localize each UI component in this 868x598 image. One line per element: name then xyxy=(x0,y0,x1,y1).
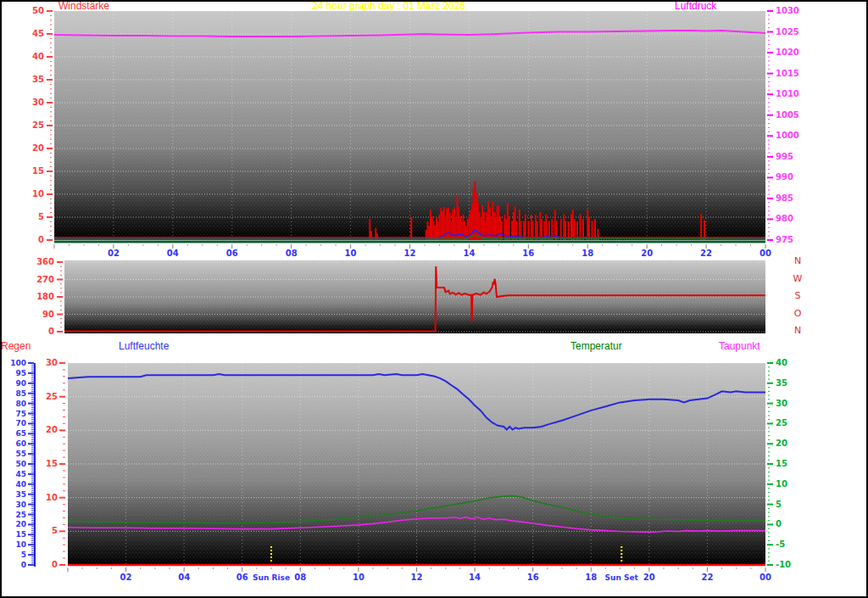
humidity-axis-tick: 15 xyxy=(15,530,26,539)
wind-axis-tick: 5 xyxy=(38,212,44,221)
hour-label: 10 xyxy=(353,573,364,582)
pressure-axis-tick: 980 xyxy=(776,214,793,223)
compass-letter: W xyxy=(793,273,803,284)
humidity-axis-tick: 0 xyxy=(21,561,26,569)
temp-axis-tick: 40 xyxy=(776,358,787,367)
humidity-axis-tick: 10 xyxy=(15,540,26,549)
humidity-axis-tick: 95 xyxy=(15,369,26,377)
wind-axis-tick: 35 xyxy=(32,75,44,84)
wind-axis-tick: 25 xyxy=(32,120,44,130)
humidity-axis-tick: 100 xyxy=(10,359,26,367)
wind-axis-tick: 15 xyxy=(32,166,44,176)
wind-axis-tick: 10 xyxy=(32,189,44,198)
humidity-axis-tick: 35 xyxy=(15,490,26,499)
compass-letter: S xyxy=(795,290,801,301)
rain-axis-tick: 10 xyxy=(46,493,58,502)
rain-axis-tick: 15 xyxy=(46,459,58,468)
compass-letter: N xyxy=(794,325,801,336)
luftfeuchte-label: Luftfeuchte xyxy=(119,341,169,352)
pressure-axis-tick: 1010 xyxy=(776,89,799,98)
hour-label: 14 xyxy=(463,249,475,258)
rain-axis-tick: 0 xyxy=(52,560,58,569)
hour-label: 12 xyxy=(411,573,423,582)
hour-label: 06 xyxy=(236,573,248,582)
wind-axis-tick: 20 xyxy=(32,143,44,153)
pressure-axis-tick: 1000 xyxy=(776,131,799,140)
hour-label: 00 xyxy=(760,249,771,258)
temp-axis-tick: 5 xyxy=(776,500,782,509)
hour-label: 18 xyxy=(581,249,593,258)
pressure-axis-tick: 1005 xyxy=(776,110,799,120)
wind-axis-tick: 40 xyxy=(32,52,44,61)
hour-label: 00 xyxy=(760,573,771,582)
hour-label: 22 xyxy=(701,573,713,582)
temp-axis-tick: 15 xyxy=(776,459,787,468)
pressure-axis-tick: 1015 xyxy=(776,69,799,78)
wind-axis-tick: 30 xyxy=(32,98,44,107)
hour-label: 16 xyxy=(522,249,534,258)
direction-axis-tick: 270 xyxy=(36,275,54,284)
hour-label: 20 xyxy=(641,249,653,258)
humidity-axis-tick: 60 xyxy=(15,439,26,448)
compass-letter: N xyxy=(794,255,801,266)
hour-label: 22 xyxy=(700,249,712,258)
pressure-axis-tick: 1025 xyxy=(776,27,799,36)
hour-label: 16 xyxy=(527,573,539,582)
humidity-axis-tick: 70 xyxy=(15,419,26,428)
sun-set-label: Sun Set xyxy=(605,573,639,582)
temp-axis-tick: 20 xyxy=(776,439,787,448)
temperatur-label: Temperatur xyxy=(570,341,622,352)
humidity-axis-tick: 5 xyxy=(21,550,26,559)
wind-axis-tick: 0 xyxy=(38,235,44,244)
humidity-axis-tick: 65 xyxy=(15,429,26,438)
temp-axis-tick: 25 xyxy=(776,418,787,428)
hour-label: 12 xyxy=(404,249,416,258)
taupunkt-label: Taupunkt xyxy=(719,341,760,352)
wind-axis-tick: 50 xyxy=(32,6,44,15)
direction-axis-tick: 360 xyxy=(36,257,54,266)
hour-label: 02 xyxy=(108,249,120,258)
temp-axis-tick: 30 xyxy=(776,399,787,408)
regen-label: Regen xyxy=(1,341,31,352)
humidity-axis-tick: 90 xyxy=(15,379,26,388)
pressure-axis-tick: 985 xyxy=(776,193,793,203)
pressure-axis-tick: 975 xyxy=(776,235,793,244)
direction-axis-tick: 0 xyxy=(48,327,54,336)
plot-canvas: 0510152025303540455097598098599099510001… xyxy=(0,0,868,598)
direction-axis-tick: 180 xyxy=(36,292,54,301)
pressure-axis-tick: 1020 xyxy=(776,48,799,57)
temp-axis-tick: -5 xyxy=(776,539,785,549)
humidity-axis-tick: 30 xyxy=(15,500,26,509)
luftdruck-label: Luftdruck xyxy=(675,1,716,12)
weather-graph-window: Windstärke 24 hour graph day : 01 März 2… xyxy=(0,0,868,598)
panel-border-green xyxy=(54,241,765,243)
hour-label: 18 xyxy=(585,573,597,582)
compass-letter: O xyxy=(794,308,802,319)
humidity-axis-tick: 25 xyxy=(15,511,26,519)
pressure-axis-tick: 1030 xyxy=(776,6,799,15)
sun-rise-label: Sun Rise xyxy=(253,573,290,582)
hour-label: 10 xyxy=(345,249,357,258)
hour-label: 08 xyxy=(294,573,306,582)
hour-label: 20 xyxy=(643,573,655,582)
temp-axis-tick: 0 xyxy=(776,519,782,528)
rain-axis-tick: 30 xyxy=(46,358,58,367)
pressure-axis-tick: 990 xyxy=(776,172,793,182)
graph-title: 24 hour graph day : 01 März 2026 xyxy=(312,1,465,12)
temp-axis-tick: 10 xyxy=(776,479,787,489)
temp-axis-tick: -10 xyxy=(776,560,791,569)
hour-label: 14 xyxy=(469,573,481,582)
hour-label: 08 xyxy=(286,249,298,258)
temp-axis-tick: 35 xyxy=(776,378,787,388)
humidity-axis-tick: 20 xyxy=(15,520,26,528)
hour-label: 02 xyxy=(120,573,132,582)
humidity-axis-tick: 55 xyxy=(15,450,26,458)
humidity-axis-tick: 85 xyxy=(15,389,26,398)
hour-label: 06 xyxy=(226,249,238,258)
rain-axis-tick: 5 xyxy=(52,526,58,535)
hour-label: 04 xyxy=(167,249,179,258)
humidity-axis-tick: 40 xyxy=(15,480,26,489)
rain-axis-tick: 20 xyxy=(46,425,58,434)
humidity-axis-tick: 80 xyxy=(15,400,26,408)
hour-label: 04 xyxy=(178,573,190,582)
